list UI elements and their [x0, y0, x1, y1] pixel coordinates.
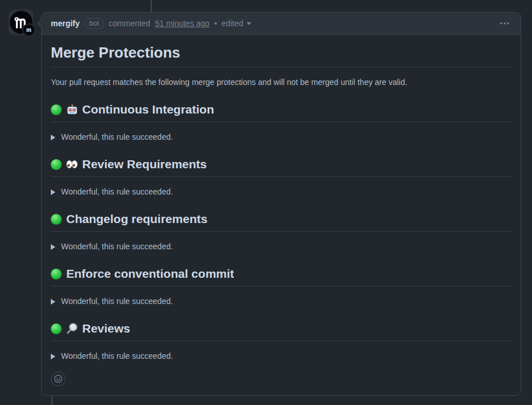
edited-dropdown[interactable]: edited: [221, 19, 251, 28]
dot-separator: •: [214, 19, 217, 28]
green-circle-emoji: [51, 104, 62, 115]
rule-details-summary[interactable]: Wonderful, this rule succeeded.: [51, 131, 511, 143]
rule-details-text: Wonderful, this rule succeeded.: [61, 350, 173, 362]
rule-details: Wonderful, this rule succeeded.: [51, 131, 511, 143]
rule-details-summary[interactable]: Wonderful, this rule succeeded.: [51, 350, 511, 362]
author-link[interactable]: mergify: [51, 19, 80, 28]
kebab-icon: [500, 22, 509, 25]
rule-details: Wonderful, this rule succeeded.: [51, 350, 511, 362]
details-triangle-icon: [51, 244, 55, 250]
rule-details-text: Wonderful, this rule succeeded.: [61, 131, 173, 143]
rule-section-review-requirements: Review Requirements Wonderful, this rule…: [51, 157, 511, 198]
kebab-menu-button[interactable]: [498, 20, 511, 27]
rule-title-text: Review Requirements: [82, 157, 207, 172]
details-triangle-icon: [51, 354, 55, 359]
comment-header: mergify bot commented 51 minutes ago • e…: [42, 13, 521, 35]
green-circle-emoji: [51, 214, 62, 225]
rule-section-changelog-requirements: Changelog requirements Wonderful, this r…: [51, 212, 511, 253]
details-triangle-icon: [51, 299, 55, 305]
avatar[interactable]: m: [9, 10, 34, 35]
rule-section-enforce-conventional-commit: Enforce conventional commit Wonderful, t…: [51, 266, 511, 307]
eyes-emoji: [66, 159, 78, 170]
rule-section-reviews: Reviews Wonderful, this rule succeeded.: [51, 321, 511, 362]
rule-details-summary[interactable]: Wonderful, this rule succeeded.: [51, 241, 511, 253]
rule-details-text: Wonderful, this rule succeeded.: [61, 186, 173, 198]
rule-details: Wonderful, this rule succeeded.: [51, 295, 511, 307]
rule-heading: Enforce conventional commit: [51, 266, 511, 286]
green-circle-emoji: [51, 269, 62, 280]
action-text: commented: [108, 19, 150, 28]
edited-label: edited: [221, 19, 243, 28]
robot-emoji: [66, 104, 78, 115]
rule-heading: Changelog requirements: [51, 212, 511, 232]
rule-details: Wonderful, this rule succeeded.: [51, 186, 511, 198]
rule-section-continuous-integration: Continuous Integration Wonderful, this r…: [51, 102, 511, 143]
rule-details: Wonderful, this rule succeeded.: [51, 241, 511, 253]
comment-body: Merge Protections Your pull request matc…: [42, 35, 521, 395]
rule-title-text: Changelog requirements: [66, 212, 207, 226]
details-triangle-icon: [51, 189, 55, 195]
timeline-connector-top: [151, 0, 152, 13]
green-circle-emoji: [51, 159, 62, 170]
comment-tail: [37, 19, 42, 28]
intro-text: Your pull request matches the following …: [51, 76, 511, 88]
add-reaction-button[interactable]: [51, 371, 66, 386]
comment-card: mergify bot commented 51 minutes ago • e…: [41, 12, 521, 396]
smiley-icon: [54, 374, 63, 383]
page-title: Merge Protections: [51, 44, 511, 67]
rule-heading: Reviews: [51, 321, 511, 341]
caret-down-icon: [247, 22, 251, 25]
magnifying-glass-emoji: [66, 323, 78, 334]
rule-heading: Continuous Integration: [51, 102, 511, 122]
badge-m-icon: m: [22, 23, 35, 37]
pr-timeline-page: m mergify bot commented 51 minutes ago •…: [0, 0, 532, 405]
rule-details-text: Wonderful, this rule succeeded.: [61, 241, 173, 253]
rule-title-text: Enforce conventional commit: [66, 266, 234, 281]
rule-details-summary[interactable]: Wonderful, this rule succeeded.: [51, 295, 511, 307]
rule-heading: Review Requirements: [51, 157, 511, 177]
bot-badge: bot: [84, 18, 104, 29]
details-triangle-icon: [51, 135, 55, 140]
timestamp-link[interactable]: 51 minutes ago: [155, 19, 209, 28]
rule-details-text: Wonderful, this rule succeeded.: [61, 295, 173, 307]
rule-details-summary[interactable]: Wonderful, this rule succeeded.: [51, 186, 511, 198]
rule-title-text: Reviews: [82, 321, 130, 336]
green-circle-emoji: [51, 323, 62, 334]
rule-title-text: Continuous Integration: [82, 102, 214, 117]
